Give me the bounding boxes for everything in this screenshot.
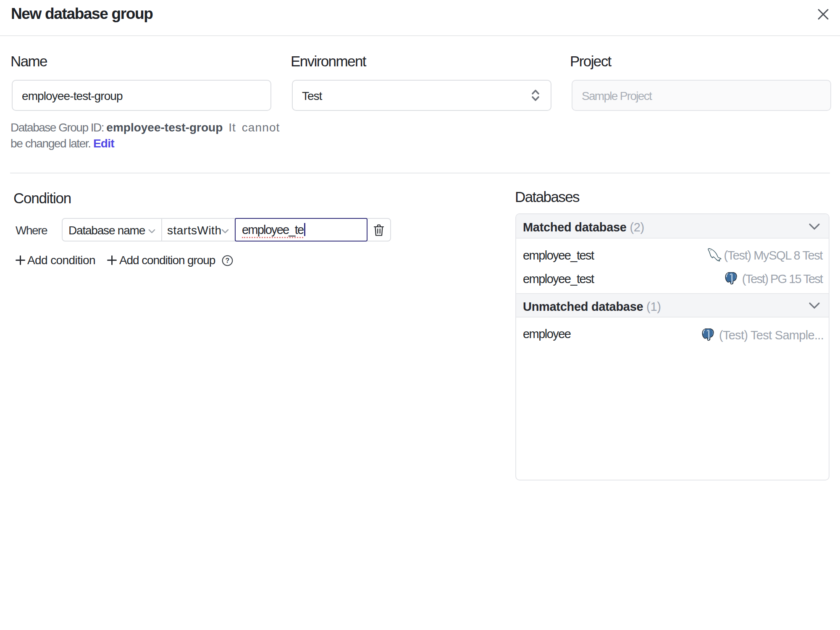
svg-text:?: ? xyxy=(226,257,230,264)
